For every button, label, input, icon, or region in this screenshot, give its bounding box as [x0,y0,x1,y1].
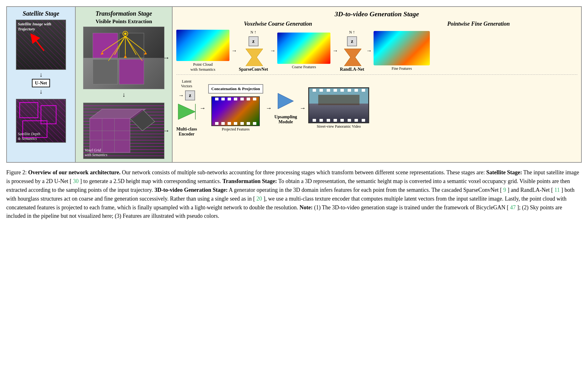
svg-marker-32 [344,49,361,66]
streetview-inner [309,88,368,122]
coarse-features-visual [277,33,330,64]
sprocket [228,122,231,125]
upsampling-stack: Upsampling Module [274,92,297,125]
arrow-up-1: ↑ [254,30,256,35]
svg-rect-6 [93,59,118,84]
randla-stack: N ↑ z RandLA-Net [340,30,364,72]
satellite-image-box: Satellite Image with Trajectory [16,20,66,70]
fine-gen-title: Pointwise Fine Generation [447,21,510,27]
encoder-shape [177,102,197,126]
caption-text-5: A generator operating in the 3D domain i… [229,187,502,193]
z-box-1: z [249,36,259,46]
sprocket [334,89,337,92]
caption-bold-intro: Overview of our network architecture. [28,169,120,176]
arrow-coarse-to-randla: → [332,48,338,54]
unet-box: U-Net [32,79,50,87]
randla-label: RandLA-Net [340,67,364,72]
coarse-features-label: Coarse Features [292,65,316,69]
fine-features-visual [374,31,430,65]
sparseconv-label: SparseConvNet [239,67,268,72]
sprocket [334,119,337,122]
streetview-buildings [318,95,359,105]
bottom-generation-row: Latent Vectors → z Multi-class Encoder → [176,79,577,137]
arrow-proj-to-upsample: → [266,105,272,112]
svg-point-21 [124,33,127,35]
arrow-to-unet: ↓ [39,71,43,78]
caption-text-6: ] and RandLA-Net [ [508,187,553,193]
gen-stage: 3D-to-video Generation Stage Voxelwise C… [173,7,581,162]
svg-marker-18 [144,52,147,55]
caption-note-text: (1) The 3D-to-video generation stage is … [314,204,509,211]
sprockets-sv-bottom [309,118,368,122]
svg-marker-31 [246,49,263,66]
sparseconv-hourglass [244,47,263,66]
sprocket [313,89,316,92]
diagram-area: Satellite Stage Satellite Image with Tra… [6,6,582,163]
sprocket [221,122,225,125]
sprockets-top-proj [212,97,259,101]
caption-area: Figure 2: Overview of our network archit… [6,168,582,221]
arrow-between-voxels: ↓ [122,91,125,98]
upsampling-shape [276,92,295,114]
arrow-sc-to-coarse: → [270,48,275,54]
concat-box: Concatenation & Projection [208,84,263,94]
sprocket [348,89,351,92]
satellite-stage: Satellite Stage Satellite Image with Tra… [7,7,76,162]
caption-satellite-bold: Satellite Stage: [486,169,522,176]
latent-encoder-stack: Latent Vectors → z Multi-class Encoder [176,79,197,137]
svg-rect-25 [90,118,130,152]
arrow-from-unet: ↓ [39,88,43,95]
top-generation-row: Point Cloud with Semantics → N ↑ z Spars [176,30,577,75]
visible-points-title: Visible Points Extraction [96,18,152,25]
svg-line-0 [33,37,44,51]
z-box-2: z [347,36,357,46]
transform-3d-box-bottom: Voxel Grid with Semantics → [83,103,164,159]
sprocket [340,119,344,122]
caption-note-bold: Note: [299,204,313,211]
sprockets-bottom-proj [212,121,259,125]
arrow-up-2: ↑ [353,30,355,35]
arrow-randla-to-fine: → [366,48,372,54]
sprocket [313,119,316,122]
sprocket [221,98,225,100]
caption-ref-47: 47 [510,204,516,211]
sprocket [362,89,365,92]
sprocket [247,122,250,125]
sprocket [354,119,358,122]
caption-text-1: Our network consists of multiple sub-net… [122,169,486,176]
streetview-box [308,87,369,123]
sprocket [319,89,323,92]
arrow-pc-to-zbox: → [231,48,237,54]
svg-rect-8 [93,33,118,58]
caption-ref-11: 11 [555,187,560,193]
sparseconv-stack: N ↑ z SparseConvNet [239,30,268,72]
caption-ref-30: 30 [73,178,78,184]
figure-label: Figure 2: [6,169,27,176]
sprocket [247,98,250,100]
point-cloud-visual [176,30,229,61]
coarse-features-stack: Coarse Features [277,33,330,69]
svg-rect-9 [119,59,144,84]
sprocket [253,122,256,125]
upsampling-label: Upsampling Module [274,115,297,125]
sprocket [354,89,358,92]
main-container: Satellite Stage Satellite Image with Tra… [6,6,582,221]
satellite-stage-title: Satellite Stage [23,10,59,17]
arrow-enc-to-concat: → [199,105,206,112]
transform-stage: Transformation Stage Visible Points Extr… [76,7,173,162]
svg-rect-1 [20,103,38,118]
sprocket [228,98,231,100]
arrow-right-latent: → [178,92,184,99]
randla-hourglass [343,47,361,66]
transform-stage-title: Transformation Stage [96,10,152,17]
fine-features-stack: Fine Features [374,31,430,71]
voxel-grid-label: Voxel Grid with Semantics [85,148,107,157]
svg-marker-35 [278,93,294,109]
satellite-depth-box: Satellite Depth & Semantics [16,99,66,143]
svg-marker-33 [178,104,195,120]
caption-gen-bold: 3D-to-video Generation Stage: [154,187,228,193]
coarse-gen-title: Voxelwise Coarse Generation [244,21,312,27]
sprocket [215,122,219,125]
point-cloud-label: Point Cloud with Semantics [190,62,215,72]
sprocket [240,122,244,125]
